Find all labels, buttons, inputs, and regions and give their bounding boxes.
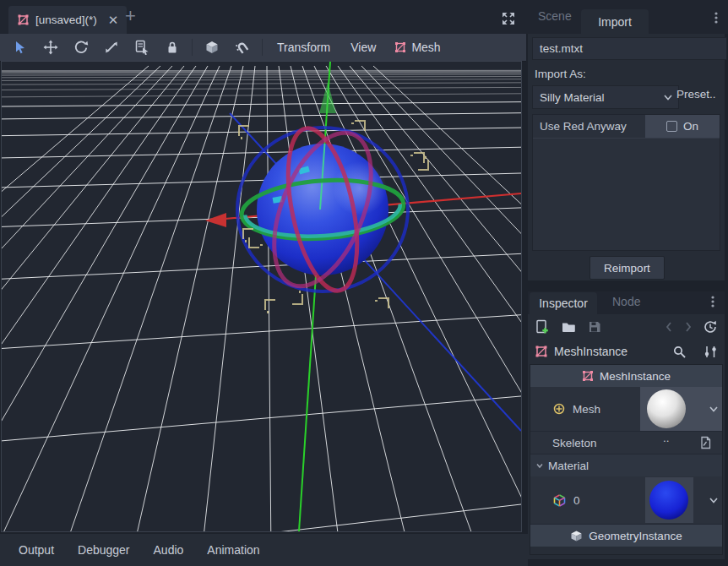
viewport-toolbar: Transform View Mesh bbox=[0, 34, 526, 62]
option-label: Use Red Anyway bbox=[533, 120, 645, 133]
mesh-instance-icon bbox=[535, 345, 548, 358]
bottom-tab-audio[interactable]: Audio bbox=[142, 534, 196, 566]
inspector-dock: Inspector Node bbox=[528, 291, 725, 559]
select-tool-icon[interactable] bbox=[5, 34, 35, 61]
reimport-button[interactable]: Reimport bbox=[589, 256, 665, 280]
import-options-box: Use Red Anyway On bbox=[532, 114, 720, 251]
checkbox-label: On bbox=[683, 120, 698, 133]
tab-scene[interactable]: Scene bbox=[538, 9, 572, 23]
tab-node[interactable]: Node bbox=[612, 295, 640, 308]
skeleton-value: .. bbox=[663, 432, 698, 454]
menu-transform[interactable]: Transform bbox=[267, 41, 340, 54]
forward-icon[interactable] bbox=[683, 320, 693, 334]
tab-inspector[interactable]: Inspector bbox=[530, 292, 597, 314]
open-folder-icon[interactable] bbox=[561, 319, 576, 335]
menu-mesh-label: Mesh bbox=[411, 41, 440, 54]
inspector-node-row: MeshInstance bbox=[528, 340, 725, 363]
nodepath-icon[interactable] bbox=[698, 436, 712, 449]
lock-icon[interactable] bbox=[157, 34, 187, 61]
import-option-row[interactable]: Use Red Anyway On bbox=[533, 115, 720, 139]
viewport-3d[interactable] bbox=[1, 61, 522, 532]
list-select-tool-icon[interactable] bbox=[127, 34, 157, 61]
inspector-toolbar bbox=[528, 314, 725, 340]
godot-editor-window: [unsaved](*) ✕ + Scene Import bbox=[0, 0, 728, 566]
menu-mesh[interactable]: Mesh bbox=[386, 41, 448, 54]
chevron-down-icon bbox=[535, 460, 545, 471]
snap-magnet-icon[interactable] bbox=[227, 34, 258, 61]
inspected-node-name: MeshInstance bbox=[554, 345, 666, 358]
checkbox[interactable] bbox=[666, 121, 677, 132]
import-type-dropdown[interactable]: Silly Material bbox=[532, 85, 679, 109]
material-cube-icon bbox=[552, 493, 567, 508]
bottom-tab-animation[interactable]: Animation bbox=[195, 534, 271, 566]
category-geometry-instance: GeometryInstance bbox=[530, 525, 722, 547]
move-tool-icon[interactable] bbox=[35, 34, 66, 61]
import-dock: test.mtxt Import As: Silly Material Pres… bbox=[528, 34, 725, 280]
scale-tool-icon[interactable] bbox=[96, 34, 127, 61]
mesh-instance-icon bbox=[582, 370, 594, 382]
import-as-label: Import As: bbox=[535, 68, 586, 80]
category-mesh-instance: MeshInstance bbox=[530, 365, 722, 387]
axis-y-green-lower bbox=[299, 275, 316, 531]
mesh-instance-icon bbox=[394, 41, 406, 53]
inspector-tab-bar: Inspector Node bbox=[528, 291, 725, 314]
inspector-properties[interactable]: MeshInstance Mesh Skeleton bbox=[530, 364, 723, 555]
close-icon[interactable]: ✕ bbox=[108, 13, 119, 28]
option-value-cell[interactable]: On bbox=[645, 115, 720, 138]
section-material[interactable]: Material bbox=[530, 454, 722, 476]
save-icon[interactable] bbox=[587, 319, 602, 335]
material-slot-label: 0 bbox=[573, 494, 580, 507]
material-preview-sphere[interactable] bbox=[649, 481, 688, 520]
tune-icon[interactable] bbox=[704, 345, 718, 359]
dots-menu-icon[interactable] bbox=[707, 292, 719, 311]
material-preview-box[interactable] bbox=[645, 477, 693, 523]
expand-icon[interactable] bbox=[501, 11, 516, 26]
property-row-mesh: Mesh bbox=[530, 387, 722, 432]
search-icon[interactable] bbox=[672, 345, 687, 359]
chevron-down-icon[interactable] bbox=[709, 404, 719, 414]
scene-tab-label: [unsaved](*) bbox=[35, 14, 97, 26]
scene-tab[interactable]: [unsaved](*) ✕ bbox=[8, 6, 127, 34]
toolbar-separator bbox=[262, 39, 263, 56]
preset-button[interactable]: Preset.. bbox=[676, 88, 716, 101]
chevron-down-icon[interactable] bbox=[709, 495, 719, 505]
new-resource-icon[interactable] bbox=[535, 319, 550, 335]
material-resource-preview[interactable] bbox=[640, 476, 722, 524]
import-filename: test.mtxt bbox=[532, 37, 727, 60]
top-bar: [unsaved](*) ✕ + Scene Import bbox=[0, 0, 728, 34]
mesh-resource-icon bbox=[552, 402, 566, 416]
rotate-tool-icon[interactable] bbox=[66, 34, 96, 61]
toolbar-separator bbox=[192, 39, 193, 56]
property-row-skeleton[interactable]: Skeleton .. bbox=[530, 432, 722, 454]
back-icon[interactable] bbox=[664, 320, 674, 334]
mesh-property-label: Mesh bbox=[573, 403, 600, 416]
axis-y-arrowhead bbox=[319, 82, 336, 113]
mesh-resource-preview[interactable] bbox=[640, 387, 722, 431]
bottom-tab-output[interactable]: Output bbox=[7, 534, 66, 566]
dots-menu-icon[interactable] bbox=[710, 11, 722, 24]
local-space-cube-icon[interactable] bbox=[197, 34, 227, 61]
bottom-tab-debugger[interactable]: Debugger bbox=[66, 534, 142, 566]
bottom-panel-bar: Output Debugger Audio Animation bbox=[0, 534, 528, 566]
add-tab-button[interactable]: + bbox=[125, 7, 136, 25]
geometry-cube-icon bbox=[570, 530, 583, 542]
chevron-down-icon bbox=[663, 92, 673, 102]
tab-import[interactable]: Import bbox=[581, 9, 649, 34]
menu-view[interactable]: View bbox=[340, 41, 386, 54]
floor-grid bbox=[2, 66, 521, 531]
mesh-preview-sphere[interactable] bbox=[647, 389, 686, 428]
mesh-instance-icon bbox=[17, 14, 30, 26]
property-row-material-0: 0 bbox=[530, 476, 722, 525]
skeleton-property-label: Skeleton bbox=[552, 437, 597, 449]
history-icon[interactable] bbox=[703, 319, 718, 335]
